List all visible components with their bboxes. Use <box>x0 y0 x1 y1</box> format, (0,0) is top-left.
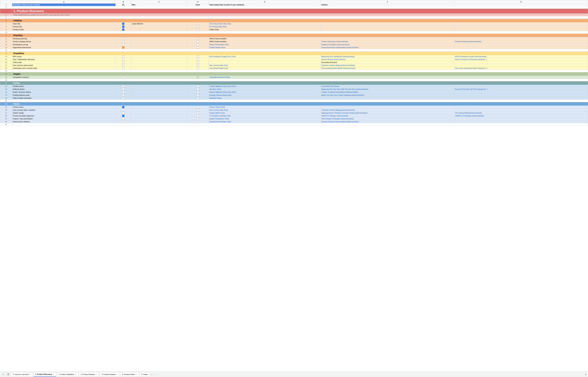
collect-do-cb[interactable] <box>115 61 131 64</box>
col-g-header[interactable]: G <box>454 0 588 3</box>
uj-pain-do-cb[interactable] <box>115 64 131 67</box>
tab-product-retire[interactable]: 5. Product Retire ▼ <box>120 372 139 377</box>
col-c-header[interactable]: C <box>131 0 187 3</box>
opportunity-article[interactable]: Assessing Product Opportunities (Externa… <box>321 46 454 49</box>
features-do-cb[interactable] <box>115 94 131 96</box>
prioritisation-do-cb[interactable] <box>115 43 131 46</box>
stakeholder-done-cb[interactable] <box>187 58 209 61</box>
principles-article[interactable]: UNOPS IT Strategy (Internal Article) <box>321 114 454 117</box>
add-sheet-button[interactable]: + <box>1 372 6 377</box>
stakeholder-do-cb[interactable] <box>115 58 131 61</box>
strategy-g[interactable]: Product Roadmap (External Article) <box>454 40 588 43</box>
system-tool[interactable]: Iceberg Model (Tool) <box>209 111 321 114</box>
principles-done-cb[interactable] <box>187 114 209 117</box>
press-tool[interactable]: Internal Press Release (Tool) <box>209 120 321 123</box>
mental-done-cb[interactable] <box>187 67 209 70</box>
strategy-done-cb[interactable] <box>187 40 209 43</box>
opportunity-tool[interactable]: Growth Design (Tool) <box>209 46 321 49</box>
opportunity-done-cb[interactable] <box>187 46 209 49</box>
idea-prio-article[interactable]: RICE Simple Prioritisation (External Art… <box>321 117 454 120</box>
team-site-tool[interactable]: ITG Product Team Site (Tool) <box>209 22 321 25</box>
prioritisation-article[interactable]: Ruthless Prioritiation (External Article… <box>321 43 454 46</box>
features-done-cb[interactable] <box>187 94 209 96</box>
product-site-done-cb[interactable] <box>187 25 209 28</box>
features-article[interactable]: Before You Plan Your Product Roadmap (Ex… <box>321 94 454 96</box>
system-done-cb[interactable] <box>187 111 209 114</box>
tab-next-button[interactable]: › <box>153 373 155 376</box>
system-do-cb[interactable] <box>115 111 131 114</box>
nps-do-cb[interactable] <box>115 55 131 58</box>
principles-do-cb[interactable] <box>115 114 131 117</box>
timeline-done-cb[interactable] <box>187 96 209 99</box>
competitors-do-cb[interactable] <box>115 76 131 79</box>
col-b-header[interactable]: B <box>115 0 131 3</box>
goals-done-cb[interactable] <box>187 91 209 94</box>
grid-container[interactable]: A B C D E F G 1 Mandatory steps are pre-… <box>0 0 588 371</box>
product-site-tool[interactable]: ITG Product Site (Tool) <box>209 25 321 28</box>
tab-last-button[interactable]: ›| <box>584 373 587 376</box>
timeline-do-cb[interactable] <box>115 96 131 99</box>
problem-done-cb[interactable] <box>187 85 209 88</box>
competitors-tool[interactable]: Competitor Research (Tool) <box>209 76 321 79</box>
tab-product-delivery[interactable]: 3. Product Delivery ▼ <box>79 372 99 377</box>
idea-prio-tool[interactable]: Simple Prioritisation (Tool) <box>209 117 321 120</box>
competitors-done-cb[interactable] <box>187 76 209 79</box>
team-site-done-cb[interactable] <box>187 22 209 25</box>
job-stories-tool[interactable]: Job Story (Tool) <box>209 88 321 91</box>
goals-tool[interactable]: Product Alignment Document (Tool) <box>209 91 321 94</box>
idea-prio-done-cb[interactable] <box>187 117 209 120</box>
col-e-header[interactable]: E <box>209 0 321 3</box>
principles-g[interactable]: UNOPS UX Principles (Internal Article) <box>454 114 588 117</box>
collect-done-cb[interactable] <box>187 61 209 64</box>
opportunity-do-cb[interactable] <box>115 46 131 49</box>
press-article[interactable]: Amazon Product Communication (External A… <box>321 120 454 123</box>
team-site-do-cb[interactable] <box>115 22 131 25</box>
strategy-do-cb[interactable] <box>115 40 131 43</box>
nps-tool[interactable]: NPS Feedback Google Form (Tool) <box>209 55 321 58</box>
vision-tool[interactable]: Product Vision (Tool) <box>209 106 321 108</box>
mental-tool[interactable]: User Mental Model (Tool) <box>209 67 321 70</box>
roadmap-do-cb[interactable] <box>115 37 131 40</box>
uj-idea-tool[interactable]: User Journey Map (Tool) <box>209 108 321 111</box>
system-article[interactable]: Applying System Thinking In Product Desi… <box>321 111 454 114</box>
goals-do-cb[interactable] <box>115 91 131 94</box>
product-site-do-cb[interactable] <box>115 25 131 28</box>
nps-article[interactable]: Measuring User Satisfaction (Internal Ar… <box>321 55 454 58</box>
job-stories-do-cb[interactable] <box>115 88 131 91</box>
col-a-header[interactable]: A <box>12 0 115 3</box>
tab-prev-button[interactable]: ‹ <box>150 373 152 376</box>
vision-do-cb[interactable] <box>115 106 131 108</box>
tab-product-iteration[interactable]: 4. Product Iteration ▼ <box>100 372 120 377</box>
tab-notes[interactable]: 6. Notes <box>139 372 150 377</box>
mental-g[interactable]: How Users Understand New Products (E...) <box>454 67 588 70</box>
nps-done-cb[interactable] <box>187 55 209 58</box>
press-done-cb[interactable] <box>187 120 209 123</box>
stakeholder-article[interactable]: Active Listening (Internal Article) <box>321 58 454 61</box>
col-f-header[interactable]: F <box>321 0 454 3</box>
principles-tool[interactable]: IT Principles Checklist (Tool) <box>209 114 321 117</box>
roadmap-done-cb[interactable] <box>187 37 209 40</box>
mental-article[interactable]: Documenting Mental Models (External Arti… <box>321 67 454 70</box>
problem-tool[interactable]: Product Alignment Document (Tool) <box>209 85 321 88</box>
job-stories-g[interactable]: Focus On The Job, Not The Customer (E...… <box>454 88 588 91</box>
nps-g[interactable]: NPS A Practioners Guide (External Articl… <box>454 55 588 58</box>
stakeholder-g[interactable]: How To Conduct UX Research (External...) <box>454 58 588 61</box>
features-tool[interactable]: Existing Features Audit (Tool) <box>209 94 321 96</box>
tab-product-validation[interactable]: 2. Product Validation ▼ <box>57 372 78 377</box>
tab-how-do-i-use[interactable]: 0. How do I use this? ▼ <box>11 372 33 377</box>
problem-do-cb[interactable] <box>115 85 131 88</box>
col-d-header[interactable]: D <box>187 0 209 3</box>
prioritisation-done-cb[interactable] <box>187 43 209 46</box>
uj-idea-do-cb[interactable] <box>115 108 131 111</box>
uj-idea-article[interactable]: Customer Journey Mapping (External Artic… <box>321 108 454 111</box>
job-stories-done-cb[interactable] <box>187 88 209 91</box>
uj-pain-article[interactable]: Customer Journey Mapping (External Artic… <box>321 64 454 67</box>
goals-article[interactable]: 4 Steps To Define Great Metrics (Externa… <box>321 91 454 94</box>
product-folder-done-cb[interactable] <box>187 28 209 31</box>
system-g[interactable]: The Iceberg Model (External Article) <box>454 111 588 114</box>
timeline-tool[interactable]: Estimates (Tool) <box>209 96 321 99</box>
sheet-menu-button[interactable]: ☰ <box>6 372 11 377</box>
prioritisation-tool[interactable]: Simple Prioritisation (Tool) <box>209 43 321 46</box>
mental-do-cb[interactable] <box>115 67 131 70</box>
uj-pain-tool[interactable]: User Journey Map (Tool) <box>209 64 321 67</box>
